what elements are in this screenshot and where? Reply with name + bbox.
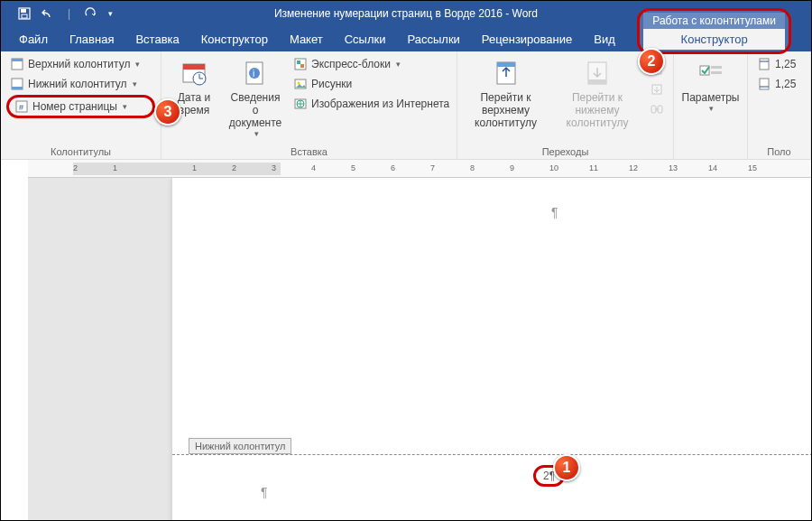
tab-review[interactable]: Рецензирование	[473, 29, 581, 50]
svg-rect-1	[21, 9, 26, 13]
docinfo-label: Сведения о документе	[229, 91, 282, 129]
tab-constructor-context[interactable]: Конструктор	[643, 29, 785, 50]
goto-header-button[interactable]: Перейти к верхнему колонтитулу	[463, 55, 549, 133]
ruler-horizontal[interactable]: 21123456789101112131415	[28, 160, 811, 178]
svg-rect-27	[588, 79, 606, 84]
ribbon: Верхний колонтитул▾ Нижний колонтитул▾ #…	[1, 51, 811, 160]
svg-text:#: #	[19, 103, 23, 112]
quickparts-icon	[293, 57, 308, 71]
goto-footer-label: Перейти к нижнему колонтитулу	[561, 91, 633, 129]
tab-insert[interactable]: Вставка	[126, 29, 188, 50]
docinfo-icon: i	[241, 59, 270, 88]
svg-rect-25	[497, 62, 515, 67]
footer-from-bottom-field[interactable]: 1,25	[753, 75, 799, 93]
ribbon-group-params: Параметры▾	[674, 51, 748, 159]
ruler-tick: 5	[351, 163, 355, 172]
context-tool-header-footer: Работа с колонтитулами Конструктор	[637, 8, 791, 54]
svg-rect-4	[12, 59, 23, 61]
group-label-headers: Колонтитулы	[6, 144, 155, 157]
header-button[interactable]: Верхний колонтитул▾	[6, 55, 155, 73]
ribbon-group-position: 1,25 1,25 Поло	[748, 51, 811, 159]
tab-references[interactable]: Ссылки	[336, 29, 395, 50]
group-label-insert: Вставка	[167, 144, 451, 157]
link-icon	[650, 102, 664, 116]
pictures-label: Рисунки	[311, 78, 352, 90]
svg-rect-35	[711, 71, 722, 74]
next-section-button	[646, 80, 668, 98]
params-icon	[697, 59, 725, 88]
next-icon	[650, 82, 664, 97]
goto-footer-button: Перейти к нижнему колонтитулу	[556, 55, 639, 133]
callout-badge-3: 3	[154, 98, 181, 126]
ruler-tick: 1	[192, 163, 197, 172]
ruler-tick: 11	[589, 163, 598, 172]
datetime-label: Дата и время	[178, 91, 211, 116]
goto-header-label: Перейти к верхнему колонтитулу	[468, 91, 543, 129]
context-tool-title: Работа с колонтитулами	[643, 13, 785, 29]
callout-badge-1: 1	[553, 454, 580, 481]
online-pictures-icon	[293, 97, 308, 111]
group-label-position: Поло	[753, 144, 805, 157]
footer-tab-label: Нижний колонтитул	[189, 438, 291, 454]
quickparts-label: Экспресс-блоки	[311, 58, 391, 70]
goto-header-icon	[492, 59, 521, 88]
ruler-tick: 15	[748, 163, 757, 172]
qat-dropdown-icon[interactable]: ▾	[108, 9, 113, 18]
svg-rect-10	[183, 64, 205, 70]
svg-rect-18	[297, 60, 300, 64]
tab-design[interactable]: Конструктор	[192, 29, 277, 50]
quickparts-button[interactable]: Экспресс-блоки▾	[290, 55, 453, 73]
svg-text:i: i	[253, 69, 254, 79]
redo-icon[interactable]	[83, 6, 97, 21]
page-number-icon: #	[14, 99, 29, 114]
ruler-tick: 3	[272, 163, 276, 172]
footer-boundary	[172, 454, 811, 455]
ruler-tick: 4	[311, 163, 316, 172]
group-label-params	[679, 144, 742, 157]
page[interactable]: ¶ Нижний колонтитул 2¶ ¶	[172, 178, 811, 520]
save-icon[interactable]	[17, 6, 32, 21]
pos-bottom-value: 1,25	[775, 78, 796, 90]
svg-rect-38	[760, 79, 769, 89]
qat-separator: |	[68, 7, 70, 20]
header-icon	[10, 57, 24, 71]
page-number-highlight: # Номер страницы▾	[6, 95, 155, 118]
footer-button[interactable]: Нижний колонтитул▾	[6, 75, 155, 93]
ruler-tick: 8	[470, 163, 475, 172]
online-pictures-label: Изображения из Интернета	[311, 98, 449, 110]
group-label-navigation: Переходы	[463, 144, 668, 157]
ruler-tick: 2	[232, 163, 236, 172]
pictures-button[interactable]: Рисунки	[290, 75, 453, 93]
ruler-tick: 9	[510, 163, 514, 172]
undo-icon[interactable]	[41, 6, 55, 21]
svg-rect-2	[22, 14, 27, 18]
ruler-tick: 2	[73, 163, 78, 172]
tab-file[interactable]: Файл	[10, 29, 57, 50]
ruler-tick: 7	[430, 163, 435, 172]
ruler-tick: 14	[708, 163, 717, 172]
svg-rect-36	[760, 59, 769, 70]
quick-access-toolbar: | ▾	[1, 6, 113, 21]
docinfo-button[interactable]: i Сведения о документе▾	[228, 55, 282, 142]
paragraph-mark: ¶	[551, 205, 558, 219]
goto-footer-icon	[583, 59, 612, 88]
ruler-tick: 1	[113, 163, 117, 172]
pos-bottom-icon	[757, 77, 771, 91]
svg-rect-19	[300, 64, 304, 68]
tab-home[interactable]: Главная	[60, 29, 123, 50]
pos-top-value: 1,25	[775, 58, 796, 70]
tab-mailings[interactable]: Рассылки	[398, 29, 468, 50]
ribbon-group-headers: Верхний колонтитул▾ Нижний колонтитул▾ #…	[1, 51, 161, 159]
header-label: Верхний колонтитул	[28, 58, 130, 70]
params-button[interactable]: Параметры▾	[679, 55, 742, 116]
tab-view[interactable]: Вид	[585, 29, 624, 50]
window-title: Изменение нумерации страниц в Ворде 2016…	[274, 7, 538, 20]
pictures-icon	[293, 77, 308, 91]
header-from-top-field[interactable]: 1,25	[753, 55, 799, 73]
svg-rect-34	[711, 66, 722, 69]
online-pictures-button[interactable]: Изображения из Интернета	[290, 95, 453, 113]
tab-layout[interactable]: Макет	[281, 29, 332, 50]
datetime-icon	[180, 59, 208, 88]
page-number-button[interactable]: # Номер страницы▾	[13, 98, 129, 116]
ruler-tick: 13	[669, 163, 678, 172]
